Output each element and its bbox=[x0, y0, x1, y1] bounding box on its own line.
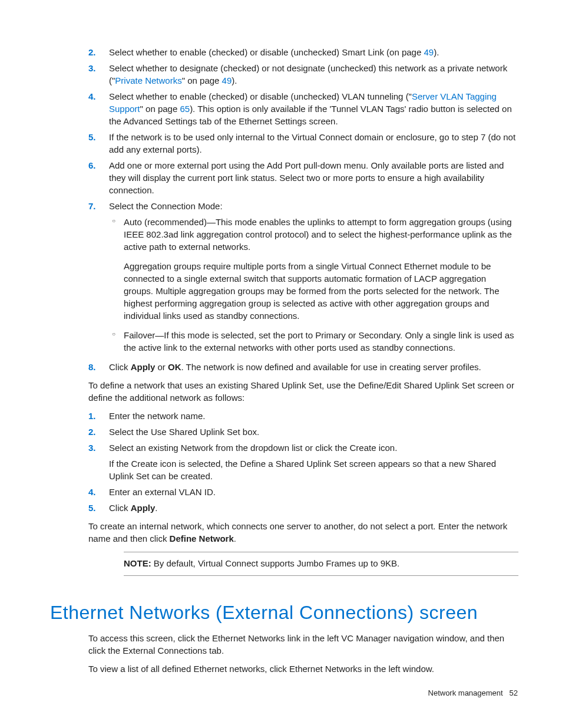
note-box: NOTE: By default, Virtual Connect suppor… bbox=[124, 552, 518, 576]
sub-item-text: Failover—If this mode is selected, set t… bbox=[124, 329, 518, 354]
body-paragraph: To view a list of all defined Ethernet n… bbox=[88, 663, 518, 675]
note-label: NOTE: bbox=[124, 558, 151, 568]
item-number: 8. bbox=[88, 361, 96, 373]
item-text: Select the Use Shared Uplink Set box. bbox=[109, 427, 259, 437]
item-number: 4. bbox=[88, 486, 96, 498]
item-text: Select whether to enable (checked) or di… bbox=[109, 91, 512, 126]
item-number: 3. bbox=[88, 62, 96, 74]
list-item: 2. Select whether to enable (checked) or… bbox=[88, 46, 518, 58]
footer-section: Network management bbox=[428, 689, 503, 697]
item-text: Select whether to designate (checked) or… bbox=[109, 63, 507, 85]
item-number: 2. bbox=[88, 46, 96, 58]
item-text: Select the Connection Mode: bbox=[109, 201, 223, 211]
item-text: Enter an external VLAN ID. bbox=[109, 487, 216, 497]
item-number: 5. bbox=[88, 502, 96, 514]
body-paragraph: To access this screen, click the Etherne… bbox=[88, 632, 518, 657]
item-text: Click Apply. bbox=[109, 503, 158, 513]
procedure-list-1: 2. Select whether to enable (checked) or… bbox=[88, 46, 518, 373]
list-item: 4. Enter an external VLAN ID. bbox=[88, 486, 518, 498]
item-number: 2. bbox=[88, 426, 96, 438]
page-footer: Network management 52 bbox=[428, 688, 518, 699]
sub-list: ○ Auto (recommended)—This mode enables t… bbox=[109, 216, 518, 354]
item-text: If the network is to be used only intern… bbox=[109, 132, 515, 154]
item-text: Select whether to enable (checked) or di… bbox=[109, 47, 439, 57]
item-text: Click Apply or OK. The network is now de… bbox=[109, 362, 481, 372]
topic-link[interactable]: Private Networks bbox=[115, 75, 181, 85]
list-item: 8. Click Apply or OK. The network is now… bbox=[88, 361, 518, 373]
page-link[interactable]: 49 bbox=[424, 47, 434, 57]
footer-page-number: 52 bbox=[510, 689, 518, 697]
sub-item-text: Aggregation groups require multiple port… bbox=[124, 260, 518, 322]
item-text-secondary: If the Create icon is selected, the Defi… bbox=[109, 457, 518, 482]
list-item: 5. If the network is to be used only int… bbox=[88, 131, 518, 156]
list-item: 5. Click Apply. bbox=[88, 502, 518, 514]
list-item: 3. Select an existing Network from the d… bbox=[88, 442, 518, 482]
note-text: By default, Virtual Connect supports Jum… bbox=[151, 558, 400, 568]
list-item: 1. Enter the network name. bbox=[88, 410, 518, 422]
list-item: 2. Select the Use Shared Uplink Set box. bbox=[88, 426, 518, 438]
item-number: 4. bbox=[88, 90, 96, 103]
list-item: 3. Select whether to designate (checked)… bbox=[88, 62, 518, 87]
page-link[interactable]: 65 bbox=[180, 104, 190, 114]
bullet-icon: ○ bbox=[112, 330, 115, 338]
list-item: 4. Select whether to enable (checked) or… bbox=[88, 90, 518, 127]
body-paragraph: To define a network that uses an existin… bbox=[88, 379, 518, 404]
item-number: 3. bbox=[88, 442, 96, 454]
item-number: 5. bbox=[88, 131, 96, 143]
document-page: 2. Select whether to enable (checked) or… bbox=[0, 0, 562, 728]
section-heading: Ethernet Networks (External Connections)… bbox=[50, 599, 518, 626]
item-text: Add one or more external port using the … bbox=[109, 160, 504, 195]
sub-item-text: Auto (recommended)—This mode enables the… bbox=[124, 216, 518, 253]
item-number: 1. bbox=[88, 410, 96, 422]
bullet-icon: ○ bbox=[112, 217, 115, 225]
item-number: 6. bbox=[88, 159, 96, 172]
item-text: Enter the network name. bbox=[109, 411, 205, 421]
body-paragraph: To create an internal network, which con… bbox=[88, 520, 518, 545]
sub-list-item: ○ Failover—If this mode is selected, set… bbox=[109, 329, 518, 354]
list-item: 6. Add one or more external port using t… bbox=[88, 159, 518, 196]
item-number: 7. bbox=[88, 200, 96, 212]
list-item: 7. Select the Connection Mode: ○ Auto (r… bbox=[88, 200, 518, 354]
procedure-list-2: 1. Enter the network name. 2. Select the… bbox=[88, 410, 518, 514]
item-text: Select an existing Network from the drop… bbox=[109, 443, 397, 453]
page-link[interactable]: 49 bbox=[222, 75, 232, 85]
sub-list-item: ○ Auto (recommended)—This mode enables t… bbox=[109, 216, 518, 322]
